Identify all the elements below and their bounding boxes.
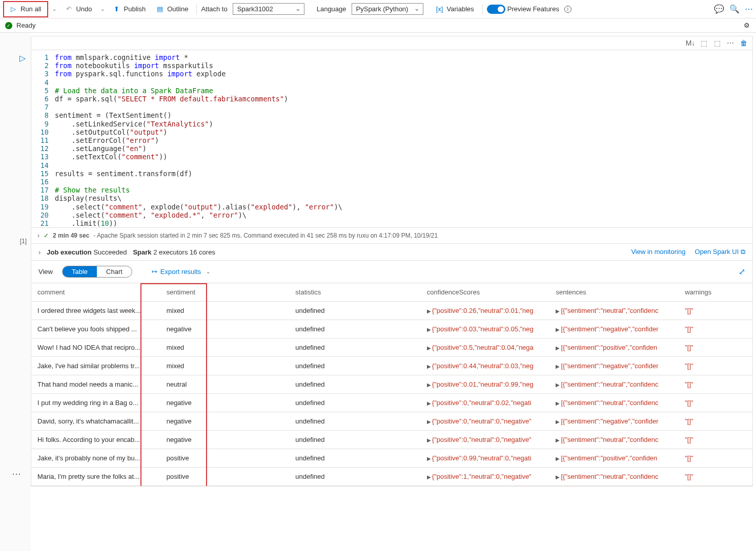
cell-statistics: undefined <box>289 468 420 486</box>
code-editor[interactable]: from mmlspark.cognitive import *from not… <box>55 53 752 227</box>
undo-button[interactable]: ↶ Undo <box>60 3 96 15</box>
cell-sentences: ▶[{"sentiment":"neutral","confidenc <box>549 468 679 486</box>
table-row[interactable]: Wow! I had NO IDEA that recipro...mixedu… <box>31 338 752 357</box>
collapse-input-icon[interactable]: ⬚ <box>699 38 708 48</box>
cell-sentiment: neutral <box>160 375 290 394</box>
code-cell[interactable]: 123456789101112131415161718192021 from m… <box>31 50 753 228</box>
col-warnings[interactable]: warnings <box>679 283 752 302</box>
status-ok-icon: ✓ <box>5 22 12 29</box>
cell-sentences: ▶[{"sentiment":"negative","confider <box>549 320 679 338</box>
open-spark-ui-link[interactable]: Open Spark UI ⧉ <box>694 248 745 256</box>
view-table-option[interactable]: Table <box>63 266 97 277</box>
table-row[interactable]: Can't believe you fools shipped ...negat… <box>31 320 752 338</box>
cell-confidence: ▶{"positive":0,"neutral":0,"negative" <box>421 431 550 449</box>
table-row[interactable]: Hi folks. According to your encab...nega… <box>31 431 752 449</box>
col-statistics[interactable]: statistics <box>289 283 420 302</box>
cell-confidence: ▶{"positive":0,"neutral":0.02,"negati <box>421 394 550 412</box>
cell-confidence: ▶{"positive":0.03,"neutral":0.05,"neg <box>421 320 550 338</box>
view-monitoring-link[interactable]: View in monitoring <box>631 248 685 256</box>
run-all-highlight: ▷ Run all <box>3 1 48 17</box>
cell-confidence: ▶{"positive":0,"neutral":0,"negative" <box>421 412 550 431</box>
job-expand-chevron[interactable]: › <box>37 232 39 239</box>
language-label: Language <box>317 5 346 13</box>
variables-label: Variables <box>447 5 474 13</box>
undo-dropdown-chevron[interactable]: ⌄ <box>98 6 107 12</box>
cell-comment: David, sorry, it's whatchamacallit... <box>31 412 160 431</box>
cell-warnings: "[]" <box>679 302 752 320</box>
table-row[interactable]: That hand model needs a manic...neutralu… <box>31 375 752 394</box>
attach-to-select[interactable]: Spark31002 <box>233 3 304 15</box>
left-gutter: ▷ [1] ⋯ <box>0 33 31 551</box>
table-body: I ordered three widgets last week...mixe… <box>31 302 752 486</box>
line-numbers: 123456789101112131415161718192021 <box>31 53 55 227</box>
run-cell-icon[interactable]: ▷ <box>19 53 26 63</box>
cell-warnings: "[]" <box>679 412 752 431</box>
collapse-output-icon[interactable]: ⬚ <box>712 38 722 48</box>
external-link-icon: ⧉ <box>741 248 745 256</box>
cell-sentences: ▶[{"sentiment":"neutral","confidenc <box>549 431 679 449</box>
view-chart-option[interactable]: Chart <box>97 266 132 277</box>
col-comment[interactable]: comment <box>31 283 160 302</box>
cell-comment: Hi folks. According to your encab... <box>31 431 160 449</box>
gutter-more-icon[interactable]: ⋯ <box>12 468 22 479</box>
job-label: Job execution <box>47 248 91 256</box>
results-data-table: comment sentiment statistics confidenceS… <box>31 283 752 486</box>
delete-cell-icon[interactable]: 🗑 <box>739 38 748 48</box>
outline-icon: ▤ <box>156 5 164 13</box>
cell-sentiment: positive <box>160 468 290 486</box>
toolbar-right: 💬 🔍 ⋯ <box>714 4 753 14</box>
run-dropdown-chevron[interactable]: ⌄ <box>50 6 58 12</box>
col-confidence[interactable]: confidenceScores <box>421 283 550 302</box>
table-row[interactable]: David, sorry, it's whatchamacallit...neg… <box>31 412 752 431</box>
col-sentiment[interactable]: sentiment <box>160 283 290 302</box>
cell-sentences: ▶[{"sentiment":"neutral","confidenc <box>549 375 679 394</box>
cell-sentiment: negative <box>160 320 290 338</box>
undo-label: Undo <box>76 5 92 13</box>
comment-icon[interactable]: 💬 <box>714 4 724 14</box>
cell-toolbar: M↓ ⬚ ⬚ ⋯ 🗑 <box>31 36 753 50</box>
markdown-toggle-icon[interactable]: M↓ <box>686 38 695 48</box>
export-chevron: ⌄ <box>204 269 212 274</box>
overflow-icon[interactable]: ⋯ <box>745 4 753 14</box>
separator <box>482 4 483 14</box>
cell-comment: Jake, it's probably none of my bu... <box>31 449 160 468</box>
publish-button[interactable]: ⬆ Publish <box>109 3 150 15</box>
cell-confidence: ▶{"positive":0.01,"neutral":0.99,"neg <box>421 375 550 394</box>
cell-warnings: "[]" <box>679 320 752 338</box>
outline-button[interactable]: ▤ Outline <box>152 3 192 15</box>
table-row[interactable]: Maria, I'm pretty sure the folks at...po… <box>31 468 752 486</box>
cell-index: [1] <box>20 238 27 245</box>
expand-results-icon[interactable]: ⤢ <box>739 267 745 277</box>
cell-statistics: undefined <box>289 302 420 320</box>
col-sentences[interactable]: sentences <box>549 283 679 302</box>
variables-button[interactable]: [x] Variables <box>432 3 478 15</box>
table-row[interactable]: I ordered three widgets last week...mixe… <box>31 302 752 320</box>
export-results-button[interactable]: ↦ Export results ⌄ <box>152 268 212 276</box>
run-all-label: Run all <box>21 5 41 13</box>
table-row[interactable]: Jake, I've had similar problems tr...mix… <box>31 357 752 375</box>
cell-statistics: undefined <box>289 412 420 431</box>
settings-icon[interactable]: ⚙ <box>743 22 751 30</box>
view-controls: View Table Chart ↦ Export results ⌄ ⤢ <box>31 261 753 283</box>
preview-toggle[interactable] <box>487 5 505 14</box>
job-expand-chevron[interactable]: › <box>38 248 40 256</box>
cell-sentences: ▶[{"sentiment":"negative","confider <box>549 412 679 431</box>
job-execution-bar: › Job execution Succeeded Spark 2 execut… <box>31 244 753 261</box>
cell-statistics: undefined <box>289 394 420 412</box>
view-segmented-control: Table Chart <box>62 266 132 278</box>
exec-duration: 2 min 49 sec <box>53 232 89 239</box>
cell-confidence: ▶{"positive":0.26,"neutral":0.01,"neg <box>421 302 550 320</box>
cell-sentences: ▶[{"sentiment":"positive","confiden <box>549 449 679 468</box>
language-select[interactable]: PySpark (Python) <box>352 3 423 15</box>
table-row[interactable]: Jake, it's probably none of my bu...posi… <box>31 449 752 468</box>
info-icon[interactable]: i <box>564 6 571 13</box>
cell-comment: Maria, I'm pretty sure the folks at... <box>31 468 160 486</box>
run-all-button[interactable]: ▷ Run all <box>5 3 45 15</box>
cell-sentences: ▶[{"sentiment":"neutral","confidenc <box>549 302 679 320</box>
cell-warnings: "[]" <box>679 357 752 375</box>
cell-sentiment: mixed <box>160 338 290 357</box>
table-row[interactable]: I put my wedding ring in a Bag o...negat… <box>31 394 752 412</box>
cell-statistics: undefined <box>289 320 420 338</box>
cell-more-icon[interactable]: ⋯ <box>726 38 735 48</box>
binoculars-icon[interactable]: 🔍 <box>729 4 740 14</box>
